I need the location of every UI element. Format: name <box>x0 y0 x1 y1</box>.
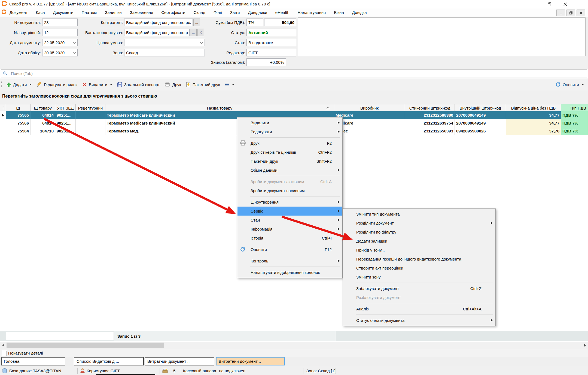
context-menu-item-print-stickers[interactable]: Друк стікерів та цінниківCtrl+F2 <box>237 148 342 157</box>
export-button[interactable]: Загальний експорт <box>115 80 162 89</box>
tab-home[interactable]: Головна <box>1 357 65 365</box>
column-header-price[interactable]: Відпускна ціна без ПДВ <box>506 104 561 111</box>
contractor-field[interactable]: Благодійний фонд соціального розв <box>124 19 193 26</box>
edit-row-button[interactable]: Редагувати рядок <box>34 80 80 89</box>
cell-vat[interactable]: ПДВ 7% <box>561 127 588 135</box>
cell-vat[interactable]: ПДВ 7% <box>561 119 588 127</box>
mdi-close-button[interactable] <box>577 10 585 16</box>
menu-directories[interactable]: Довідники <box>248 10 267 15</box>
cell-internal-barcode[interactable]: 2070000649149 <box>455 111 506 119</box>
menu-kasa[interactable]: Каса <box>36 10 45 15</box>
cell-manufacturer[interactable]: Medicare <box>334 119 405 127</box>
delete-button[interactable]: Видалити <box>80 80 115 89</box>
cell-price[interactable]: 34,77 <box>506 119 561 127</box>
cell-ukt[interactable]: 90251... <box>55 111 76 119</box>
cell-ukt[interactable]: 90251... <box>55 127 76 135</box>
cell-manufacturer[interactable]: Medicare <box>334 111 405 119</box>
menu-orders[interactable]: Замовлення <box>130 10 153 15</box>
cell-recipe[interactable] <box>76 127 105 135</box>
menu-stock[interactable]: Залишки <box>105 10 122 15</box>
menu-certificates[interactable]: Сертифікати <box>161 10 185 15</box>
scroll-right-button[interactable] <box>582 342 588 349</box>
cell-id[interactable]: 75565 <box>6 111 31 119</box>
context-menu-item-data-exchange[interactable]: Обмін даними <box>237 166 342 175</box>
submenu-item-change-zone[interactable]: Змінити зону <box>343 273 495 282</box>
menu-documents[interactable]: Документи <box>53 10 73 15</box>
contractor-browse-button[interactable]: ... <box>193 19 200 26</box>
column-header-id[interactable]: ІД <box>6 104 31 111</box>
menu-warehouse[interactable]: Склад <box>193 10 205 15</box>
cell-price[interactable]: 34,77 <box>506 111 561 119</box>
batch-print-button[interactable]: Пакетний друк <box>184 80 223 89</box>
cell-manufacturer[interactable]: ec <box>334 127 405 135</box>
context-menu-item-control[interactable]: Контроль <box>237 256 342 265</box>
close-button[interactable] <box>557 0 573 8</box>
search-input[interactable] <box>1 69 587 77</box>
submenu-item-split-by-filter[interactable]: Розділити по фільтру <box>343 228 495 237</box>
consignee-browse-button[interactable]: ... <box>190 29 197 36</box>
cell-internal-barcode[interactable]: 2070000649149 <box>455 119 506 127</box>
cell-product-id[interactable]: 104710 <box>31 127 55 135</box>
context-menu-item-edit[interactable]: Редагувати <box>237 127 342 136</box>
submenu-item-add-stock[interactable]: Додати залишки <box>343 237 495 246</box>
submenu-item-move-positions[interactable]: Перекидання позицій до іншого видатковог… <box>343 255 495 264</box>
consignee-field[interactable]: Благодійний фонд соціального р <box>124 29 190 36</box>
scrollbar-thumb[interactable] <box>7 343 164 348</box>
toolbar-grip[interactable] <box>1 81 2 88</box>
context-menu-item-batch-print[interactable]: Пакетний друкShift+F2 <box>237 157 342 166</box>
mdi-minimize-button[interactable] <box>556 10 565 16</box>
cell-recipe[interactable] <box>76 119 105 127</box>
cell-vat[interactable]: ПДВ 7% <box>561 111 588 119</box>
menu-reports[interactable]: Звіти <box>230 10 240 15</box>
submenu-item-split-document[interactable]: Розділити документ <box>343 219 495 228</box>
submenu-item-change-doc-type[interactable]: Змінити тип документа <box>343 210 495 219</box>
column-header-ukt[interactable]: УКТ ЗЕД <box>55 104 76 111</box>
menu-windows[interactable]: Вікна <box>334 10 344 15</box>
context-menu-item-configure-columns[interactable]: Налаштувати відображення колонок <box>237 268 342 277</box>
minimize-button[interactable] <box>526 0 541 8</box>
cell-sticker-barcode[interactable]: 2312312588380 <box>405 111 455 119</box>
column-header-sticker-barcode[interactable]: Стикерний штрих-код <box>405 104 455 111</box>
context-menu-item-information[interactable]: Інформація <box>237 225 342 234</box>
zone-field[interactable]: Склад <box>124 49 205 56</box>
cell-product-id[interactable]: 64914 <box>31 111 55 119</box>
menu-branches[interactable]: Філії <box>214 10 222 15</box>
show-details-checkbox[interactable] <box>2 351 7 356</box>
menu-ehealth[interactable]: eHealth <box>275 10 290 15</box>
submenu-item-analysis[interactable]: АналізCtrl+Alt+A <box>343 304 495 313</box>
submenu-item-payment-status[interactable]: Статус оплати документа <box>343 316 495 325</box>
cell-product-id[interactable]: 64914 <box>31 119 55 127</box>
context-menu-item-service[interactable]: Сервіс <box>237 207 342 216</box>
tab-expense-document-1[interactable]: Витратний документ .. <box>145 357 214 365</box>
menu-payments[interactable]: Платежі <box>81 10 97 15</box>
context-menu-item-pricing[interactable]: Ціноутворення <box>237 198 342 207</box>
column-header-vat[interactable]: Тип ПДВ <box>561 104 588 111</box>
submenu-item-lock-document[interactable]: Заблокувати документCtrl+Z <box>343 284 495 293</box>
restore-button[interactable] <box>541 0 557 8</box>
view-options-button[interactable] <box>223 80 237 89</box>
context-menu-item-refresh[interactable]: ОновитиF12 <box>237 245 342 254</box>
context-menu-item-state[interactable]: Стан <box>237 216 342 225</box>
tab-expense-document-2-active[interactable]: Витратний документ .. <box>216 357 285 365</box>
submenu-item-create-revaluation-act[interactable]: Створити акт переоцінки <box>343 264 495 273</box>
column-header-internal-barcode[interactable]: Внутрішній штрих-код <box>455 104 506 111</box>
context-menu-item-delete[interactable]: Видалити <box>237 118 342 127</box>
menu-settings[interactable]: Налаштування <box>298 10 326 15</box>
menu-help[interactable]: Довідка <box>352 10 367 15</box>
column-header-recipe[interactable]: Рецептурний <box>76 104 105 111</box>
cell-ukt[interactable]: 90251... <box>55 119 76 127</box>
mdi-restore-button[interactable] <box>566 10 575 16</box>
cell-id[interactable]: 75566 <box>6 119 31 127</box>
price-condition-combo[interactable] <box>124 39 205 46</box>
refresh-button[interactable]: Оновити <box>553 80 586 89</box>
context-menu-item-history[interactable]: ІсторіяCtrl+I <box>237 234 342 243</box>
notes-panel[interactable] <box>298 17 586 56</box>
column-header-product-id[interactable]: ІД товару <box>31 104 55 111</box>
menu-document[interactable]: Документ <box>10 10 28 15</box>
print-button[interactable]: Друк <box>162 80 183 89</box>
scroll-left-button[interactable] <box>0 342 6 349</box>
column-header-name[interactable]: Назва товару <box>105 104 334 111</box>
cell-id[interactable]: 75564 <box>6 127 31 135</box>
column-header-manufacturer[interactable]: Виробник <box>334 104 405 111</box>
submenu-item-arrival-to-zone[interactable]: Прихід у зону... <box>343 246 495 255</box>
